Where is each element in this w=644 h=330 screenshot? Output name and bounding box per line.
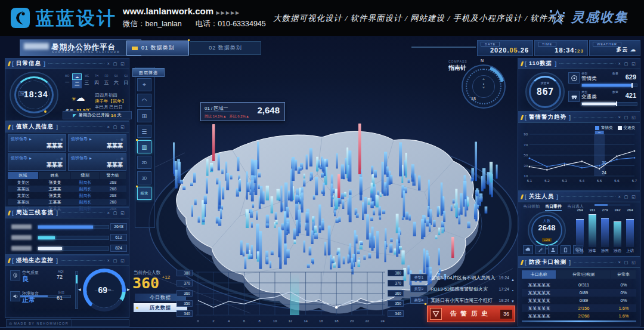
clock-widget: PM 18:34 bbox=[10, 72, 58, 118]
layer-button-list[interactable]: ☰ bbox=[137, 125, 151, 138]
week-day[interactable]: TH四 bbox=[92, 73, 101, 90]
svg-text:16: 16 bbox=[319, 319, 323, 323]
layer-button-pin[interactable]: ⌖ bbox=[137, 78, 151, 91]
duty-card: 值班领导▶⋯ ⊗某某某 bbox=[68, 134, 126, 152]
duty-cell: 副局长 bbox=[71, 199, 100, 205]
card-icons[interactable]: ⋯ ⊗ bbox=[116, 156, 123, 161]
user-icon[interactable] bbox=[548, 245, 558, 254]
alarm-history-banner[interactable]: 告警历史 36 bbox=[427, 306, 515, 322]
layer-button-grid[interactable]: ⊞ bbox=[137, 109, 151, 122]
scroll-dot-icon: ● bbox=[510, 285, 516, 296]
weather-day-icon: ☁ bbox=[72, 73, 81, 80]
bar-category-label: 涉毒 bbox=[587, 248, 598, 254]
duty-col-header[interactable]: 警力值 bbox=[100, 172, 126, 179]
panel-controls[interactable]: × ▢ ◱ bbox=[618, 195, 637, 199]
sparkle-star-icon bbox=[549, 8, 566, 26]
site-url[interactable]: www.lanlanwork.com bbox=[123, 6, 213, 16]
duty-col-header[interactable]: 级别 bbox=[71, 172, 99, 179]
duty-col-header[interactable]: 区域 bbox=[8, 172, 38, 179]
tooltip-region: 区域一 bbox=[214, 106, 228, 111]
bar-category-label: 涉黑 bbox=[599, 248, 611, 254]
site-header: 蓝蓝设计 www.lanlanwork.com ▶▶▶▶▶ 微信：ben_lan… bbox=[0, 0, 644, 36]
air-value: 良 bbox=[22, 275, 29, 283]
type-name: 警情类 bbox=[581, 75, 597, 82]
alert-row[interactable]: 类型1湿地3-104片区有不明人员闯入19:24 bbox=[410, 273, 509, 282]
mini-scrollbar[interactable] bbox=[595, 204, 630, 206]
duty-role: 值班领导 bbox=[11, 155, 27, 161]
layer-button-2d[interactable]: 2D bbox=[137, 156, 151, 169]
duty-cell: 某某区 bbox=[8, 199, 39, 205]
scroll-up-icon[interactable]: ▲ bbox=[510, 275, 516, 285]
alert-row[interactable]: 类型2RD13-53烟感报警疑似火灾17:24 bbox=[410, 285, 509, 293]
pen-icon[interactable] bbox=[535, 245, 546, 254]
checkpoint-row: 某某某某某0/890% bbox=[522, 289, 636, 297]
layer-button-3d[interactable]: 3D bbox=[137, 171, 151, 184]
checkpoint-col-header[interactable]: 异常/已检测 bbox=[556, 270, 611, 279]
battery-icon[interactable] bbox=[561, 245, 571, 254]
week-day[interactable]: MO一 bbox=[63, 73, 72, 90]
notice-bar: ◤ 暑期办公已开始 14 天 bbox=[63, 111, 132, 119]
week-day[interactable]: SU日 bbox=[122, 73, 131, 90]
chevron-right-icon: ▶ bbox=[29, 137, 32, 141]
alert-scrollbar[interactable]: ▲ ● ▼ bbox=[510, 275, 516, 307]
layer-button-blocks[interactable]: 板块 bbox=[137, 187, 151, 200]
trend-chart: 90705030105.15.25.35.45.55.65.73024 bbox=[520, 131, 638, 189]
svg-text:5.7: 5.7 bbox=[632, 179, 637, 183]
checkpoint-col-header[interactable]: 异常率 bbox=[611, 270, 636, 279]
week-day-en: TH bbox=[92, 73, 101, 79]
inspiration-block[interactable]: 灵感收集 bbox=[549, 8, 628, 26]
checkpoint-row: 某某某某某2/2681.6% bbox=[522, 312, 636, 320]
layer-button-chart[interactable]: ▥ bbox=[137, 140, 151, 153]
duty-cell: 张某某 bbox=[39, 179, 71, 186]
week-day[interactable]: ☁二 bbox=[72, 73, 81, 90]
panel-controls[interactable]: × ▢ ◱ bbox=[618, 61, 637, 66]
tab-data-category-2[interactable]: 02 数据类别 bbox=[190, 41, 261, 55]
checkpoint-col-header[interactable]: 卡口名称 bbox=[522, 270, 556, 279]
duty-card-top: 值班领导▶⋯ ⊗ bbox=[8, 154, 66, 161]
layer-buttons: ⌖◠⊞☰▥2D3D板块 bbox=[137, 78, 151, 202]
duty-cell: 268 bbox=[100, 199, 126, 205]
compass-dial[interactable]: ˄●˅ bbox=[462, 64, 506, 109]
cloud-icon[interactable] bbox=[523, 245, 533, 254]
week-day[interactable]: WE三 bbox=[82, 73, 91, 90]
focus-tab[interactable]: 当日抓拍 bbox=[523, 203, 540, 211]
alert-text: 某路口有小汽车连闯三个红灯 bbox=[431, 297, 496, 304]
focus-bar-column: 279涉黑 bbox=[599, 208, 611, 254]
duty-name: 某某某 bbox=[69, 161, 126, 169]
duty-card-top: 值班领导▶⋯ ⊗ bbox=[69, 135, 126, 142]
panel-accent-bar bbox=[522, 320, 636, 322]
focus-tab[interactable]: 当日案件 bbox=[545, 203, 562, 211]
gauge-left-arrow-icon[interactable]: ◀ bbox=[78, 287, 81, 291]
office-y-tick: 360 bbox=[177, 290, 193, 297]
week-day-en: SU bbox=[122, 73, 131, 79]
panel-title: 警情警力趋势 bbox=[529, 113, 566, 121]
panel-controls[interactable]: × ▢ ◱ bbox=[107, 61, 126, 66]
week-day[interactable]: FR五 bbox=[102, 73, 111, 90]
air-unit: AQI bbox=[58, 270, 63, 273]
alert-text: RD13-53烟感报警疑似火灾 bbox=[431, 286, 496, 292]
svg-text:14: 14 bbox=[304, 319, 308, 323]
svg-text:5.2: 5.2 bbox=[544, 179, 550, 183]
bar-value-label: 264 bbox=[624, 208, 636, 212]
panel-controls[interactable]: × ▢ ◱ bbox=[107, 125, 126, 129]
card-icons[interactable]: ⋯ ⊗ bbox=[55, 137, 63, 141]
progress-marker bbox=[631, 83, 633, 88]
panel-focus-persons: [ 关注人员 ] × ▢ ◱ 当日抓拍当日案件当日逃人 人数 2648 +24 … bbox=[518, 191, 640, 257]
compass-widget[interactable]: COMPASS 指南针 N ˄●˅ 18 bbox=[447, 58, 513, 115]
checkpoint-detect: 0/89 bbox=[556, 297, 611, 304]
tab-data-category-1[interactable]: 01 数据类别 bbox=[126, 41, 189, 55]
panel-controls[interactable]: × ▢ ◱ bbox=[107, 258, 126, 263]
panel-controls[interactable]: × ▢ ◱ bbox=[618, 260, 637, 265]
compass-value: 18 bbox=[471, 97, 476, 101]
layer-button-signal[interactable]: ◠ bbox=[137, 94, 151, 107]
panel-controls[interactable]: × ▢ ◱ bbox=[618, 115, 637, 120]
svg-text:90: 90 bbox=[524, 132, 528, 136]
week-day[interactable]: SA六 bbox=[112, 73, 120, 90]
duty-col-header[interactable]: 姓名 bbox=[39, 172, 70, 179]
card-icons[interactable]: ⋯ ⊗ bbox=[55, 156, 63, 161]
weather-value: 多云 bbox=[616, 47, 628, 53]
card-icons[interactable]: ⋯ ⊗ bbox=[116, 137, 123, 141]
flow-value-box: 824 bbox=[110, 245, 127, 252]
office-y-tick: 370 bbox=[388, 280, 404, 286]
panel-controls[interactable]: × ▢ ◱ bbox=[107, 211, 126, 215]
